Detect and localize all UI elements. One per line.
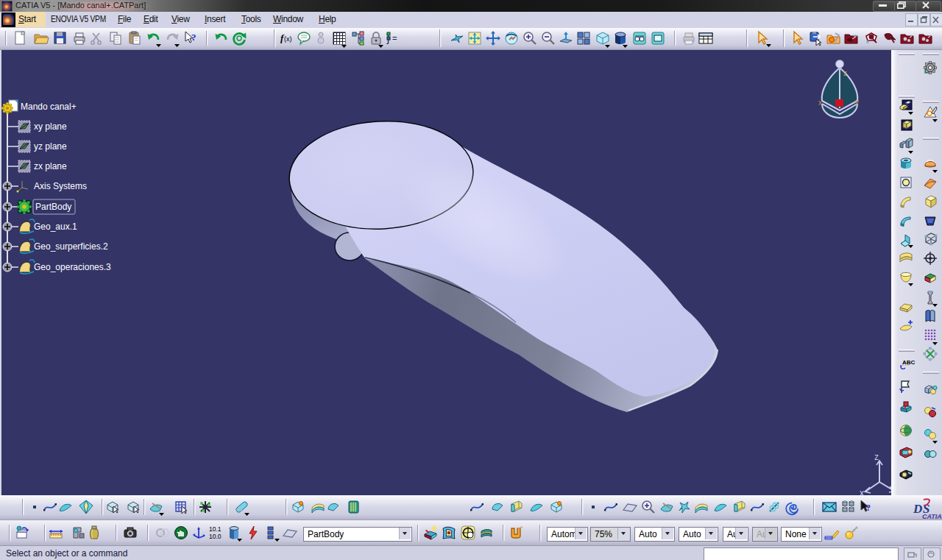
- svg-text:(x): (x): [284, 35, 292, 43]
- svg-text:=: =: [392, 34, 397, 43]
- svg-text:10.0: 10.0: [209, 533, 222, 540]
- svg-text:CATIA: CATIA: [922, 513, 942, 520]
- svg-text:D: D: [913, 502, 922, 516]
- svg-text:10.1: 10.1: [209, 525, 222, 533]
- svg-text:?: ?: [191, 32, 196, 43]
- svg-text:?: ?: [866, 503, 871, 513]
- svg-text:ABC: ABC: [902, 359, 916, 366]
